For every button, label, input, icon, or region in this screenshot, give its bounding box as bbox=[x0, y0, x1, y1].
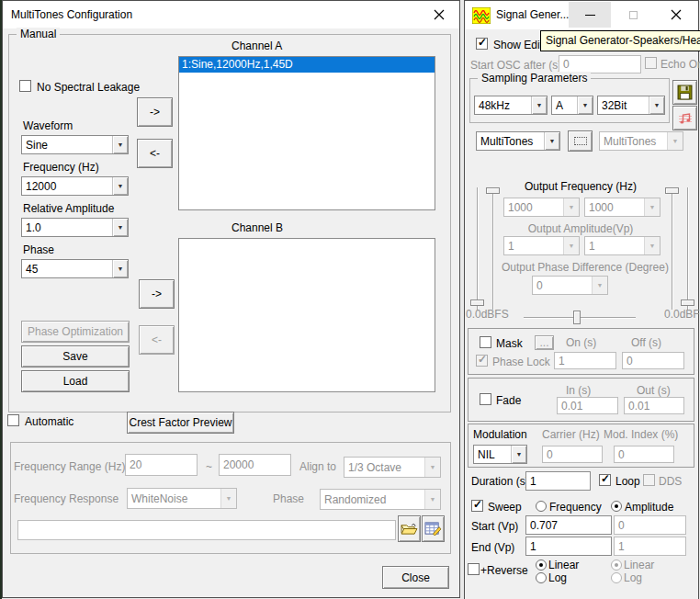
frequency-range-min-field: 20 bbox=[125, 454, 198, 476]
waveform-combobox[interactable]: Sine bbox=[21, 135, 129, 154]
dropdown-arrow-icon[interactable] bbox=[531, 96, 547, 114]
right-inner-slider-thumb[interactable] bbox=[665, 187, 679, 194]
sample-rate-combobox[interactable]: 48kHz bbox=[474, 96, 548, 115]
sweep-linear-b-label: Linear bbox=[624, 559, 654, 571]
maximize-icon bbox=[629, 11, 638, 19]
output-frequency-b-value: 1000 bbox=[589, 201, 614, 214]
crest-factor-preview-button[interactable]: Crest Factor Preview bbox=[127, 412, 234, 434]
dropdown-arrow-icon[interactable] bbox=[649, 96, 664, 114]
channel-a-listbox[interactable]: 1:Sine,12000Hz,1,45D bbox=[178, 56, 435, 210]
right-inner-slider-track[interactable] bbox=[672, 187, 673, 310]
close-button[interactable] bbox=[418, 2, 459, 28]
relative-amplitude-combobox[interactable]: 1.0 bbox=[21, 218, 129, 237]
sweep-checkbox[interactable] bbox=[471, 500, 483, 512]
dropdown-arrow-icon[interactable] bbox=[511, 446, 526, 463]
save-button[interactable]: Save bbox=[21, 345, 130, 367]
align-to-value: 1/3 Octave bbox=[348, 461, 401, 474]
output-amplitude-b-combobox: 1 bbox=[584, 236, 660, 255]
phase-lock-checkbox bbox=[476, 355, 488, 367]
carrier-field: 0 bbox=[542, 446, 603, 463]
left-inner-slider-track[interactable] bbox=[492, 187, 494, 310]
dropdown-arrow-icon[interactable] bbox=[577, 96, 593, 114]
list-item[interactable]: 1:Sine,12000Hz,1,45D bbox=[179, 57, 435, 73]
output-amplitude-a-value: 1 bbox=[508, 240, 514, 253]
close-dialog-button[interactable]: Close bbox=[382, 566, 449, 589]
modulation-label: Modulation bbox=[473, 428, 527, 441]
output-phase-difference-label: Output Phase Difference (Degree) bbox=[502, 261, 660, 274]
fade-checkbox[interactable] bbox=[480, 393, 491, 405]
app-icon bbox=[472, 7, 491, 24]
dbfs-left-label: 0.0dBFS bbox=[466, 308, 509, 321]
sweep-frequency-radio[interactable] bbox=[536, 501, 547, 512]
right-outer-slider-thumb[interactable] bbox=[681, 300, 694, 306]
auto-phase-combobox: Randomized bbox=[320, 489, 441, 510]
dropdown-arrow-icon bbox=[592, 277, 607, 294]
sweep-amplitude-radio[interactable] bbox=[611, 501, 622, 512]
manual-group-label: Manual bbox=[17, 28, 60, 40]
generator-type-combobox[interactable]: MultiTones bbox=[476, 131, 560, 151]
dropdown-arrow-icon bbox=[424, 458, 440, 477]
minimize-button[interactable] bbox=[569, 2, 611, 28]
sweep-start-field[interactable]: 0.707 bbox=[525, 515, 612, 535]
bit-depth-value: 32Bit bbox=[602, 99, 627, 112]
dropdown-arrow-icon[interactable] bbox=[112, 219, 128, 236]
left-outer-slider-thumb[interactable] bbox=[470, 300, 484, 306]
frequency-combobox[interactable]: 12000 bbox=[21, 176, 129, 196]
phase-label: Phase bbox=[23, 243, 54, 256]
balance-slider-thumb[interactable] bbox=[573, 311, 581, 324]
dds-checkbox bbox=[643, 474, 655, 486]
automatic-checkbox[interactable] bbox=[7, 414, 19, 426]
play-tone-button[interactable] bbox=[672, 106, 697, 130]
loop-checkbox[interactable] bbox=[599, 474, 611, 486]
window-title: MultiTones Configuration bbox=[11, 8, 132, 21]
move-to-channel-b-button[interactable]: -> bbox=[139, 279, 175, 309]
sweep-start-b-field: 0 bbox=[614, 515, 686, 535]
output-amplitude-b-value: 1 bbox=[589, 240, 595, 253]
move-to-channel-a-button[interactable]: -> bbox=[137, 97, 173, 127]
sweep-linear-radio[interactable] bbox=[536, 559, 547, 571]
dropdown-arrow-icon bbox=[563, 237, 579, 254]
open-editor-button[interactable] bbox=[568, 130, 593, 152]
sweep-end-field[interactable]: 1 bbox=[525, 537, 612, 556]
save-signal-button[interactable] bbox=[672, 80, 697, 105]
maximize-button bbox=[612, 2, 654, 28]
edit-table-button[interactable] bbox=[422, 515, 445, 542]
on-seconds-label: On (s) bbox=[566, 336, 596, 349]
duration-field[interactable]: 1 bbox=[525, 471, 591, 491]
modulation-combobox[interactable]: NIL bbox=[473, 445, 527, 464]
bit-depth-combobox[interactable]: 32Bit bbox=[597, 96, 665, 115]
no-spectral-leakage-label: No Spectral Leakage bbox=[37, 81, 140, 94]
signal-generator-titlebar[interactable]: Signal Gener... bbox=[465, 1, 698, 29]
mask-checkbox[interactable] bbox=[480, 336, 491, 348]
sweep-log-b-label: Log bbox=[624, 571, 642, 584]
output-amplitude-label: Output Amplitude(Vp) bbox=[502, 222, 660, 235]
output-frequency-a-value: 1000 bbox=[508, 201, 533, 214]
reverse-checkbox[interactable] bbox=[468, 563, 480, 575]
sweep-log-radio[interactable] bbox=[536, 572, 547, 583]
folder-open-icon bbox=[401, 522, 418, 536]
on-seconds-field: 1 bbox=[554, 352, 616, 369]
show-editor-checkbox[interactable] bbox=[476, 38, 488, 50]
signal-generator-window: Signal Gener... Show Editor Start OSC af… bbox=[464, 0, 699, 599]
dropdown-arrow-icon bbox=[644, 198, 660, 216]
close-button[interactable] bbox=[655, 2, 697, 28]
left-outer-slider-track[interactable] bbox=[477, 187, 479, 310]
channel-combobox[interactable]: A bbox=[551, 96, 593, 115]
left-inner-slider-thumb[interactable] bbox=[486, 187, 500, 194]
dropdown-arrow-icon[interactable] bbox=[112, 136, 128, 153]
dropdown-arrow-icon[interactable] bbox=[112, 177, 128, 195]
dropdown-arrow-icon bbox=[563, 198, 579, 216]
waveform-label: Waveform bbox=[23, 119, 73, 132]
no-spectral-leakage-checkbox[interactable] bbox=[19, 80, 31, 92]
dropdown-arrow-icon[interactable] bbox=[544, 132, 559, 150]
multitones-titlebar[interactable]: MultiTones Configuration bbox=[3, 1, 459, 28]
dropdown-arrow-icon[interactable] bbox=[112, 260, 128, 277]
load-button[interactable]: Load bbox=[21, 370, 130, 392]
phase-combobox[interactable]: 45 bbox=[21, 259, 129, 278]
open-file-button[interactable] bbox=[398, 515, 421, 542]
auto-phase-value: Randomized bbox=[324, 493, 386, 506]
right-outer-slider-track[interactable] bbox=[687, 187, 689, 310]
remove-from-channel-a-button[interactable]: <- bbox=[137, 139, 173, 168]
remove-from-channel-b-button: <- bbox=[139, 325, 175, 355]
channel-b-listbox[interactable] bbox=[178, 238, 435, 392]
